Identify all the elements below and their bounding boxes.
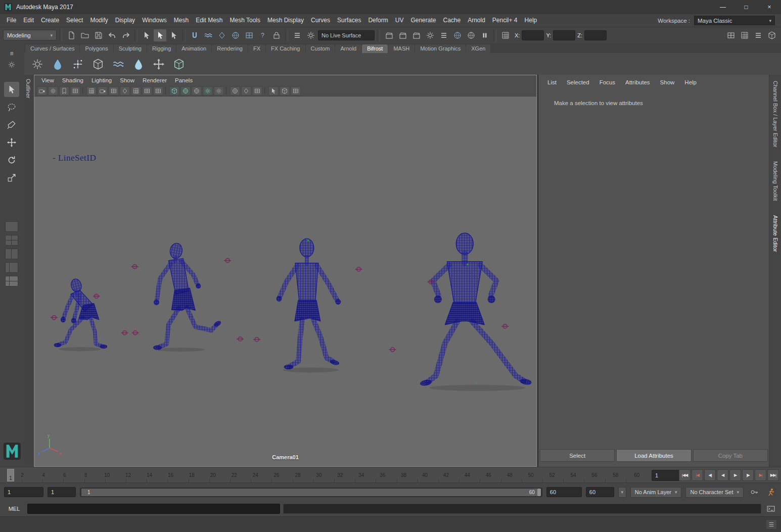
shelf-tab-mash[interactable]: MASH: [388, 44, 415, 53]
menu-curves[interactable]: Curves: [307, 14, 334, 27]
select-tool-button[interactable]: [4, 82, 19, 97]
menu-create[interactable]: Create: [37, 14, 63, 27]
side-tab-channel-box[interactable]: Channel Box / Layer Editor: [772, 81, 778, 147]
xray-button[interactable]: [280, 86, 290, 95]
menu-cache[interactable]: Cache: [439, 14, 464, 27]
bifrost-liquid-button[interactable]: [49, 55, 67, 73]
menu-mesh[interactable]: Mesh: [170, 14, 192, 27]
shelf-gear-icon[interactable]: [8, 61, 15, 68]
command-language-toggle[interactable]: MEL: [4, 506, 24, 512]
side-tab-attribute-editor[interactable]: Attribute Editor: [772, 215, 778, 252]
vp-menu-shading[interactable]: Shading: [58, 77, 87, 83]
current-time-marker[interactable]: 1: [7, 469, 14, 481]
toggle-channel-box-button[interactable]: [752, 29, 764, 41]
wireframe-mode-button[interactable]: [169, 86, 179, 95]
snap-to-view-planes-button[interactable]: [243, 29, 255, 41]
script-editor-button[interactable]: [764, 503, 777, 515]
snap-to-grids-button[interactable]: [188, 29, 201, 41]
shelf-tab-sculpting[interactable]: Sculpting: [114, 44, 147, 53]
range-slider-inner[interactable]: 1 60: [81, 489, 541, 496]
bookmarks-button[interactable]: [59, 86, 69, 95]
character-set-select[interactable]: No Character Set ▾: [685, 487, 744, 498]
menu-windows[interactable]: Windows: [139, 14, 170, 27]
hypershade-button[interactable]: [451, 29, 464, 41]
safe-action-button[interactable]: [142, 86, 152, 95]
menu-generate[interactable]: Generate: [407, 14, 439, 27]
menu-edit-mesh[interactable]: Edit Mesh: [192, 14, 226, 27]
play-forwards-button[interactable]: ▶: [729, 469, 741, 481]
bifrost-collider-button[interactable]: [89, 55, 107, 73]
auto-keyframe-button[interactable]: [748, 486, 760, 498]
z-input[interactable]: [584, 30, 607, 40]
textured-mode-button[interactable]: [192, 86, 202, 95]
menu-uv[interactable]: UV: [392, 14, 407, 27]
shelf-tab-fx[interactable]: FX: [248, 44, 265, 53]
shelf-tab-motion-graphics[interactable]: Motion Graphics: [415, 44, 466, 53]
shelf-tab-polygons[interactable]: Polygons: [80, 44, 113, 53]
group-divider[interactable]: [182, 29, 186, 41]
snap-to-curves-button[interactable]: [202, 29, 214, 41]
vp-menu-show[interactable]: Show: [116, 77, 139, 83]
lasso-select-tool-button[interactable]: [4, 100, 19, 115]
open-render-view-button[interactable]: [383, 29, 395, 41]
wireframe-figure-crouch[interactable]: [54, 278, 107, 349]
command-input[interactable]: [27, 504, 280, 514]
ao-toggle-button[interactable]: [230, 86, 240, 95]
shelf-tab-curves-surfaces[interactable]: Curves / Surfaces: [25, 44, 79, 53]
image-plane-button[interactable]: [70, 86, 80, 95]
inputs-to-selected-button[interactable]: [291, 29, 303, 41]
range-slider-bar[interactable]: 1 60: [80, 488, 542, 497]
lock-camera-button[interactable]: [37, 86, 47, 95]
scale-tool-button[interactable]: [4, 170, 19, 185]
load-attributes-button[interactable]: Load Attributes: [616, 449, 691, 462]
go-to-start-button[interactable]: |◀◀: [679, 469, 691, 481]
scene-3d-view[interactable]: y x z: [34, 96, 536, 466]
menu-modify[interactable]: Modify: [86, 14, 111, 27]
film-gate-button[interactable]: [98, 86, 108, 95]
safe-title-button[interactable]: [153, 86, 163, 95]
undo-button[interactable]: [106, 29, 118, 41]
menu-mesh-display[interactable]: Mesh Display: [264, 14, 307, 27]
move-tool-button[interactable]: [4, 135, 19, 150]
gate-mask-button[interactable]: [120, 86, 130, 95]
time-slider[interactable]: 1 24681012141618202224262830323436384042…: [0, 467, 781, 483]
rotate-tool-button[interactable]: [4, 153, 19, 168]
viewport-canvas[interactable]: y x z - LineSetID Camera01: [34, 96, 536, 466]
play-backwards-button[interactable]: ◀: [717, 469, 728, 481]
menu-surfaces[interactable]: Surfaces: [334, 14, 364, 27]
live-surface-field[interactable]: No Live Surface: [318, 30, 375, 40]
select-by-component-button[interactable]: [167, 29, 180, 41]
go-to-end-button[interactable]: ▶▶|: [767, 469, 779, 481]
ae-menu-selected[interactable]: Selected: [562, 78, 594, 86]
make-live-button[interactable]: [270, 29, 283, 41]
isolate-select-button[interactable]: [268, 86, 279, 95]
new-scene-button[interactable]: [65, 29, 77, 41]
multisample-button[interactable]: [252, 86, 262, 95]
maximize-button[interactable]: □: [734, 0, 758, 14]
group-divider[interactable]: [134, 29, 137, 41]
menu-edit[interactable]: Edit: [20, 14, 37, 27]
menu-set-select[interactable]: Modeling ▾: [3, 30, 57, 40]
layout-outliner-persp-button[interactable]: [5, 262, 18, 273]
workspace-select[interactable]: Maya Classic ▾: [694, 16, 775, 25]
layout-custom-button[interactable]: [5, 276, 18, 286]
minimize-button[interactable]: —: [711, 0, 734, 14]
symmetry-button[interactable]: [499, 29, 512, 41]
animation-preferences-button[interactable]: [764, 486, 777, 498]
copy-tab-button[interactable]: Copy Tab: [693, 449, 768, 462]
group-divider[interactable]: [285, 29, 288, 41]
motion-blur-button[interactable]: [241, 86, 251, 95]
menu-help[interactable]: Help: [521, 14, 541, 27]
toggle-tool-settings-button[interactable]: [738, 29, 751, 41]
layout-single-pane-button[interactable]: [5, 221, 18, 232]
layout-four-pane-button[interactable]: [5, 235, 18, 246]
shelf-tab-rigging[interactable]: Rigging: [147, 44, 176, 53]
grid-toggle-button[interactable]: [86, 86, 97, 95]
group-divider[interactable]: [493, 29, 496, 41]
render-current-frame-button[interactable]: [396, 29, 409, 41]
use-all-lights-button[interactable]: [203, 86, 213, 95]
vp-menu-panels[interactable]: Panels: [171, 77, 197, 83]
vp-menu-view[interactable]: View: [37, 77, 58, 83]
paint-select-tool-button[interactable]: [4, 117, 19, 132]
snap-help-button[interactable]: ?: [256, 29, 269, 41]
